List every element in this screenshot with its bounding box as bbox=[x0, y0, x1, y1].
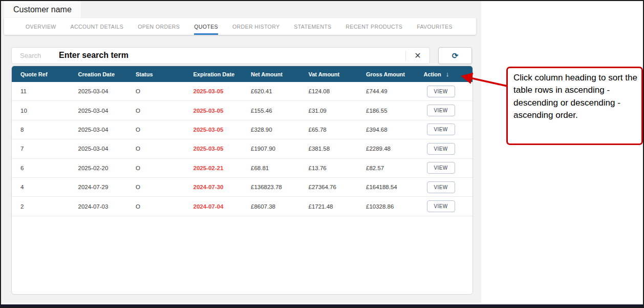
view-button[interactable]: VIEW bbox=[427, 162, 455, 174]
column-header-gross-amount[interactable]: Gross Amount bbox=[357, 71, 415, 77]
cell-status: O bbox=[127, 184, 185, 190]
view-button[interactable]: VIEW bbox=[427, 86, 455, 97]
annotation-arrow bbox=[453, 69, 510, 95]
column-label: Vat Amount bbox=[309, 71, 340, 77]
refresh-button[interactable]: ⟳ bbox=[438, 47, 472, 64]
search-bar: Enter search term ✕ bbox=[11, 47, 430, 64]
cell-creation-date: 2024-07-03 bbox=[70, 203, 127, 210]
cell-net-amount: £68.81 bbox=[242, 165, 300, 171]
column-header-quote-ref[interactable]: Quote Ref bbox=[12, 71, 70, 77]
table-row: 102025-03-04O2025-03-05£155.46£31.09£186… bbox=[12, 101, 473, 120]
tab-order-history[interactable]: ORDER HISTORY bbox=[232, 18, 280, 35]
view-button[interactable]: VIEW bbox=[427, 181, 455, 193]
view-button[interactable]: VIEW bbox=[427, 143, 455, 155]
cell-expiration-date: 2025-03-05 bbox=[185, 146, 243, 152]
cell-quote-ref: 11 bbox=[12, 88, 70, 94]
cell-action: VIEW bbox=[415, 162, 473, 174]
table-row: 82025-03-04O2025-03-05£328.90£65.78£394.… bbox=[12, 120, 473, 139]
table-row: 22024-07-03O2024-07-04£8607.38£1721.48£1… bbox=[12, 197, 473, 216]
view-button[interactable]: VIEW bbox=[427, 200, 455, 212]
cell-gross-amount: £186.55 bbox=[357, 108, 415, 114]
column-header-creation-date[interactable]: Creation Date bbox=[70, 71, 127, 77]
cell-gross-amount: £744.49 bbox=[357, 88, 415, 94]
table-row: 112025-03-04O2025-03-05£620.41£124.08£74… bbox=[12, 82, 473, 101]
cell-vat-amount: £1721.48 bbox=[300, 203, 358, 210]
table-row: 72025-03-04O2025-03-05£1907.90£381.58£22… bbox=[12, 139, 473, 158]
cell-action: VIEW bbox=[415, 105, 473, 116]
cell-vat-amount: £381.58 bbox=[300, 146, 358, 152]
cell-net-amount: £8607.38 bbox=[242, 203, 300, 210]
cell-vat-amount: £13.76 bbox=[300, 165, 358, 171]
view-button[interactable]: VIEW bbox=[427, 105, 455, 116]
cell-status: O bbox=[127, 108, 185, 114]
clear-search-button[interactable]: ✕ bbox=[406, 48, 430, 64]
column-label: Gross Amount bbox=[366, 71, 405, 77]
cell-net-amount: £136823.78 bbox=[242, 184, 300, 190]
cell-net-amount: £155.46 bbox=[242, 108, 300, 114]
cell-expiration-date: 2025-03-05 bbox=[185, 108, 243, 114]
customer-name-tab: Customer name bbox=[4, 1, 81, 18]
annotation-text: Click column heading to sort the table r… bbox=[513, 73, 637, 120]
cell-quote-ref: 8 bbox=[12, 127, 70, 133]
cell-quote-ref: 6 bbox=[12, 165, 70, 171]
tab-quotes[interactable]: QUOTES bbox=[194, 18, 218, 35]
search-input[interactable] bbox=[12, 48, 405, 64]
cell-status: O bbox=[127, 88, 185, 94]
cell-gross-amount: £164188.54 bbox=[357, 184, 415, 190]
table-row: 42024-07-29O2024-07-30£136823.78£27364.7… bbox=[12, 178, 473, 197]
cell-gross-amount: £2289.48 bbox=[357, 146, 415, 152]
table-body: 112025-03-04O2025-03-05£620.41£124.08£74… bbox=[12, 82, 473, 216]
column-label: Creation Date bbox=[78, 71, 115, 77]
column-label: Expiration Date bbox=[194, 71, 235, 77]
cell-action: VIEW bbox=[415, 143, 473, 155]
cell-creation-date: 2025-03-04 bbox=[70, 127, 127, 133]
refresh-icon: ⟳ bbox=[452, 51, 459, 60]
cell-status: O bbox=[127, 146, 185, 152]
tab-account-details[interactable]: ACCOUNT DETAILS bbox=[71, 18, 124, 35]
column-label: Quote Ref bbox=[20, 71, 48, 77]
cell-net-amount: £1907.90 bbox=[242, 146, 300, 152]
column-label: Net Amount bbox=[251, 71, 283, 77]
cell-creation-date: 2024-07-29 bbox=[70, 184, 127, 190]
tab-overview[interactable]: OVERVIEW bbox=[26, 18, 56, 35]
column-header-status[interactable]: Status bbox=[127, 71, 185, 77]
tab-statements[interactable]: STATEMENTS bbox=[294, 18, 331, 35]
cell-creation-date: 2025-02-20 bbox=[70, 165, 127, 171]
tab-favourites[interactable]: FAVOURITES bbox=[417, 18, 453, 35]
cell-creation-date: 2025-03-04 bbox=[70, 146, 127, 152]
cell-status: O bbox=[127, 165, 185, 171]
quotes-table: Quote RefCreation DateStatusExpiration D… bbox=[11, 66, 473, 295]
cell-quote-ref: 4 bbox=[12, 184, 70, 190]
view-button[interactable]: VIEW bbox=[427, 124, 455, 135]
tab-bar: OVERVIEWACCOUNT DETAILSOPEN ORDERSQUOTES… bbox=[4, 18, 476, 35]
bottom-edge bbox=[1, 304, 643, 307]
table-header-row: Quote RefCreation DateStatusExpiration D… bbox=[12, 66, 473, 82]
close-icon: ✕ bbox=[414, 51, 421, 60]
tab-open-orders[interactable]: OPEN ORDERS bbox=[138, 18, 180, 35]
column-header-expiration-date[interactable]: Expiration Date bbox=[185, 71, 243, 77]
cell-action: VIEW bbox=[415, 124, 473, 135]
cell-expiration-date: 2025-03-05 bbox=[185, 127, 243, 133]
cell-gross-amount: £10328.86 bbox=[357, 203, 415, 210]
cell-vat-amount: £27364.76 bbox=[300, 184, 358, 190]
tab-recent-products[interactable]: RECENT PRODUCTS bbox=[346, 18, 402, 35]
table-row: 62025-02-20O2025-02-21£68.81£13.76£82.57… bbox=[12, 159, 473, 178]
cell-quote-ref: 2 bbox=[12, 203, 70, 210]
column-header-vat-amount[interactable]: Vat Amount bbox=[300, 71, 358, 77]
cell-vat-amount: £65.78 bbox=[300, 127, 358, 133]
cell-expiration-date: 2025-03-05 bbox=[185, 88, 243, 94]
page-title: Customer name bbox=[13, 5, 72, 14]
cell-gross-amount: £82.57 bbox=[357, 165, 415, 171]
sort-descending-icon[interactable]: ↓ bbox=[446, 70, 449, 78]
cell-net-amount: £328.90 bbox=[242, 127, 300, 133]
cell-expiration-date: 2025-02-21 bbox=[185, 165, 243, 171]
column-label: Status bbox=[136, 71, 153, 77]
column-header-net-amount[interactable]: Net Amount bbox=[242, 71, 300, 77]
cell-quote-ref: 10 bbox=[12, 108, 70, 114]
cell-action: VIEW bbox=[415, 200, 473, 212]
cell-status: O bbox=[127, 203, 185, 210]
cell-vat-amount: £31.09 bbox=[300, 108, 358, 114]
cell-creation-date: 2025-03-04 bbox=[70, 108, 127, 114]
cell-quote-ref: 7 bbox=[12, 146, 70, 152]
cell-gross-amount: £394.68 bbox=[357, 127, 415, 133]
